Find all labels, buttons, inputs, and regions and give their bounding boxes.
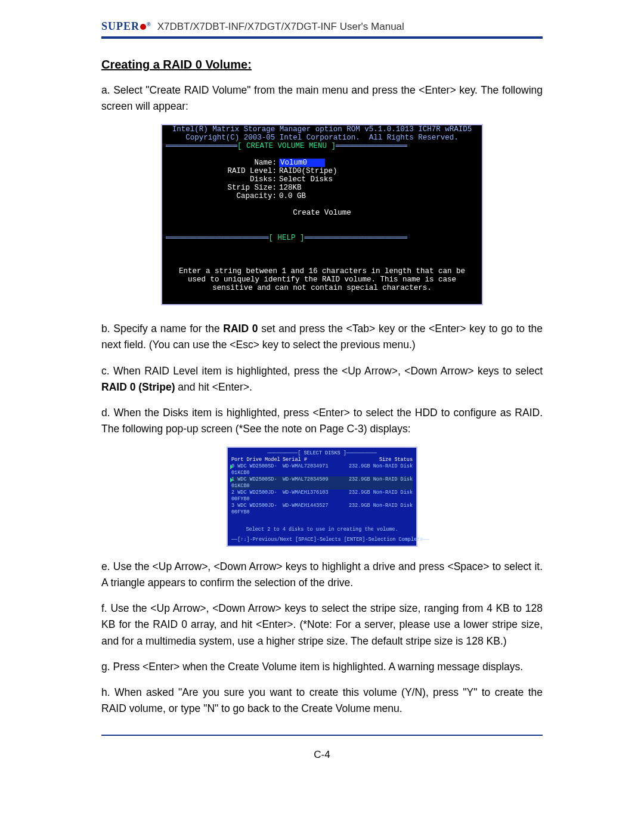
bios-create-volume-item[interactable]: Create Volume xyxy=(162,209,482,217)
bios-strip-size-value[interactable]: 128KB xyxy=(279,184,302,192)
bios-select-disks-screenshot: ──────────[ SELECT DISKS ]────────── Por… xyxy=(227,447,417,547)
page-number: C-4 xyxy=(101,749,543,761)
bios-header-line2: Copyright(C) 2003-05 Intel Corporation. … xyxy=(162,134,482,142)
disk-row[interactable]: 0 WDC WD2500SD-01KCB0 WD-WMAL72034971 23… xyxy=(231,463,413,476)
bios-field-capacity: Capacity: 0.0 GB xyxy=(162,192,482,200)
section-heading: Creating a RAID 0 Volume: xyxy=(101,58,543,72)
bios-field-strip-size: Strip Size: 128KB xyxy=(162,184,482,192)
bios-disks-value[interactable]: Select Disks xyxy=(279,175,333,184)
paragraph-g: g. Press <Enter> when the Create Volume … xyxy=(101,659,543,675)
bios-header-line1: Intel(R) Matrix Storage Manager option R… xyxy=(162,125,482,134)
bios-field-name: Name: Volum0 xyxy=(162,159,482,167)
brand-logo: SUPER ® xyxy=(101,20,151,33)
bios-menu-title: ════════════════[ CREATE VOLUME MENU ]══… xyxy=(162,142,482,150)
paragraph-a: a. Select "Create RAID Volume" from the … xyxy=(101,82,543,114)
bios-name-input[interactable]: Volum0 xyxy=(279,159,325,167)
disk-row[interactable]: 1 WDC WD2500SD-01KCB0 WD-WMAL72034509 23… xyxy=(231,476,413,490)
disk-row[interactable]: 3 WDC WD2500JD-00FYB0 WD-WMAEH1443527 23… xyxy=(231,503,413,516)
registered-mark-icon: ® xyxy=(147,21,151,27)
bios-capacity-value: 0.0 GB xyxy=(279,192,306,200)
bios-field-disks: Disks: Select Disks xyxy=(162,175,482,184)
paragraph-e: e. Use the <Up Arrow>, <Down Arrow> keys… xyxy=(101,559,543,591)
paragraph-f: f. Use the <Up Arrow>, <Down Arrow> keys… xyxy=(101,600,543,649)
paragraph-c: c. When RAID Level item is highlighted, … xyxy=(101,363,543,395)
select-disks-hint: Select 2 to 4 disks to use in creating t… xyxy=(231,527,413,533)
footer-divider xyxy=(101,735,543,736)
disk-row[interactable]: 2 WDC WD2500JD-00FYB0 WD-WMAEH1376103 23… xyxy=(231,490,413,503)
bios-help-title: ═══════════════════════[ HELP ]═════════… xyxy=(162,234,482,242)
page-header: SUPER ® X7DBT/X7DBT-INF/X7DGT/X7DGT-INF … xyxy=(101,20,543,39)
bios-help-text: Enter a string between 1 and 16 characte… xyxy=(162,259,482,304)
paragraph-h: h. When asked "Are you sure you want to … xyxy=(101,685,543,717)
brand-logo-dot-icon xyxy=(140,24,146,30)
bios-raid-level-value[interactable]: RAID0(Stripe) xyxy=(279,167,338,175)
bios-create-volume-screenshot: Intel(R) Matrix Storage Manager option R… xyxy=(161,124,483,305)
document-title: X7DBT/X7DBT-INF/X7DGT/X7DGT-INF User's M… xyxy=(157,21,404,33)
triangle-right-icon xyxy=(230,478,233,482)
select-disks-footer: ──[↑↓]-Previous/Next [SPACE]-Selects [EN… xyxy=(231,537,413,543)
paragraph-b: b. Specify a name for the RAID 0 set and… xyxy=(101,321,543,353)
select-disks-header-row: Port Drive Model Serial # Size Status xyxy=(231,457,413,463)
paragraph-d: d. When the Disks item is highlighted, p… xyxy=(101,405,543,437)
triangle-right-icon xyxy=(230,465,233,469)
bios-field-raid-level: RAID Level: RAID0(Stripe) xyxy=(162,167,482,175)
select-disks-title: ──────────[ SELECT DISKS ]────────── xyxy=(231,450,413,457)
brand-logo-text: SUPER xyxy=(101,20,140,33)
